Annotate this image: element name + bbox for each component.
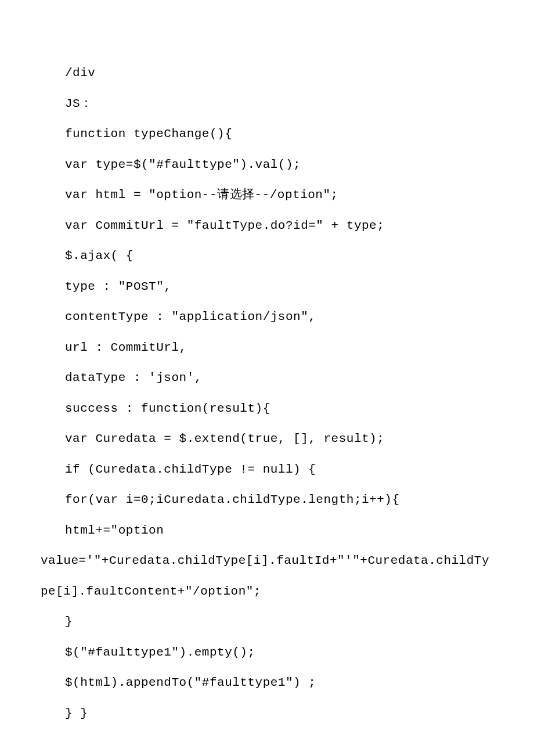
code-line: success : function(result){ <box>41 394 493 424</box>
code-line: dataType : 'json', <box>41 363 493 394</box>
code-line: $("#faulttype1").empty(); <box>41 638 493 668</box>
code-line: value='"+Curedata.childType[i].faultId+"… <box>41 546 493 607</box>
code-line: if (Curedata.childType != null) { <box>41 455 493 485</box>
code-line: } } <box>41 699 493 729</box>
code-line: type : "POST", <box>41 272 493 303</box>
code-line: JS： <box>41 89 493 120</box>
code-line: for(var i=0;iCuredata.childType.length;i… <box>41 485 493 516</box>
code-line: var Curedata = $.extend(true, [], result… <box>41 424 493 455</box>
document-page: /divJS：function typeChange(){var type=$(… <box>0 0 534 756</box>
code-line: var html = "option--请选择--/option"; <box>41 180 493 211</box>
code-block: /divJS：function typeChange(){var type=$(… <box>41 58 493 729</box>
code-line: var CommitUrl = "faultType.do?id=" + typ… <box>41 211 493 242</box>
code-line: $.ajax( { <box>41 241 493 272</box>
code-line: var type=$("#faulttype").val(); <box>41 150 493 181</box>
code-line: contentType : "application/json", <box>41 302 493 333</box>
code-line: $(html).appendTo("#faulttype1") ; <box>41 668 493 699</box>
code-line: function typeChange(){ <box>41 119 493 150</box>
code-line: /div <box>41 58 493 89</box>
code-line: html+="option <box>41 516 493 546</box>
code-line: } <box>41 607 493 638</box>
code-line: url : CommitUrl, <box>41 333 493 363</box>
